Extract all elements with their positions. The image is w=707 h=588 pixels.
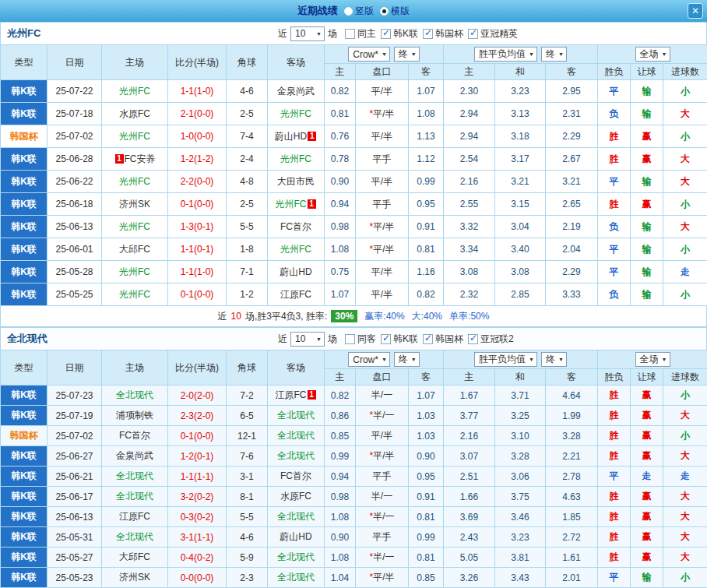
euro-final-select[interactable]: 终▼ — [541, 352, 567, 367]
radio-button-icon[interactable] — [344, 7, 353, 16]
filter-checkbox[interactable]: 韩K联 — [381, 27, 418, 40]
filter-checkbox[interactable]: 亚冠联2 — [468, 333, 514, 346]
euro-draw-cell: 3.18 — [495, 125, 546, 148]
asian-away-odds-cell: 0.81 — [409, 548, 444, 568]
euro-source-select[interactable]: 胜平负均值▼ — [474, 352, 537, 367]
col-corner: 角球 — [227, 350, 268, 386]
score-cell: 3-1(1-1) — [168, 527, 227, 548]
handicap-result-cell: 赢 — [631, 193, 663, 216]
match-type-cell: 韩国杯 — [1, 125, 47, 148]
match-row: 韩K联25-05-27大邱FC0-4(0-2)5-9全北现代1.08*半/一0.… — [1, 548, 707, 568]
asian-line-cell: 平手 — [356, 193, 409, 216]
euro-home-cell: 2.16 — [444, 426, 495, 446]
match-count-value: 10 — [295, 333, 305, 344]
titlebar: 近期战绩 竖版 横版 ✕ — [0, 0, 707, 22]
match-count-select[interactable]: 10▼ — [290, 332, 325, 347]
checkbox-box-icon[interactable] — [381, 334, 391, 344]
filter-checkbox[interactable]: 韩K联 — [381, 333, 418, 346]
filter-checkbox[interactable]: 韩国杯 — [423, 27, 463, 40]
col-goals: 进球数 — [663, 64, 707, 80]
col-type: 类型 — [1, 350, 47, 386]
match-date-cell: 25-06-13 — [47, 216, 102, 238]
euro-source-select[interactable]: 胜平负均值▼ — [474, 47, 537, 62]
euro-final-select[interactable]: 终▼ — [541, 47, 567, 62]
red-card-icon: 1 — [308, 132, 316, 141]
euro-source-value: 胜平负均值 — [479, 48, 526, 61]
team-name-text: 江原FC — [276, 389, 307, 400]
result-cell: 负 — [598, 283, 631, 306]
team-name-text: 光州FC — [280, 244, 311, 255]
asian-away-odds-cell: 0.81 — [409, 238, 444, 261]
goals-result-cell: 小 — [663, 386, 707, 406]
checkbox-box-icon[interactable] — [468, 334, 478, 344]
euro-away-cell: 2.95 — [546, 80, 598, 103]
team-name-text: 蔚山HD — [280, 266, 311, 277]
checkbox-box-icon[interactable] — [381, 29, 391, 39]
asian-final-value: 终 — [399, 353, 408, 366]
handicap-result-cell: 赢 — [631, 406, 663, 426]
filter-checkbox[interactable]: 同客 — [345, 333, 376, 346]
score-cell: 1-0(0-0) — [168, 125, 227, 148]
col-result: 胜负 — [598, 369, 631, 386]
goals-result-cell: 大 — [663, 171, 707, 193]
checkbox-box-icon[interactable] — [468, 29, 478, 39]
euro-home-cell: 3.77 — [444, 406, 495, 426]
goals-result-cell: 大 — [663, 548, 707, 568]
filter-checkbox[interactable]: 韩国杯 — [423, 333, 463, 346]
section-team-1: 光州FC 近 10▼ 场 同主韩K联韩国杯亚冠精英 类型 日期 — [0, 22, 707, 327]
team-name-text: FC首尔 — [119, 430, 150, 441]
match-date-cell: 25-07-22 — [47, 80, 102, 103]
result-cell: 平 — [598, 261, 631, 283]
checkbox-box-icon[interactable] — [345, 29, 355, 39]
score-cell: 1-1(0-1) — [168, 238, 227, 261]
euro-away-cell: 4.64 — [546, 386, 598, 406]
team-name-text: 光州FC — [119, 289, 150, 300]
goals-result-cell: 小 — [663, 238, 707, 261]
checkbox-box-icon[interactable] — [423, 334, 433, 344]
euro-home-cell: 3.26 — [444, 568, 495, 588]
asian-away-odds-cell: 0.99 — [409, 527, 444, 548]
team-cell: 光州FC — [102, 80, 168, 103]
checkbox-label: 同主 — [357, 27, 376, 40]
scope-select[interactable]: 全场▼ — [635, 352, 670, 367]
asian-home-odds-cell: 0.94 — [325, 193, 356, 216]
match-date-cell: 25-06-28 — [47, 148, 102, 171]
team-cell: 全北现代 — [268, 568, 325, 588]
asian-final-select[interactable]: 终▼ — [394, 352, 420, 367]
score-cell: 1-1(1-1) — [168, 467, 227, 487]
asian-source-select[interactable]: Crow*▼ — [348, 47, 390, 62]
goals-result-cell: 走 — [663, 261, 707, 283]
euro-home-cell: 3.32 — [444, 216, 495, 238]
handicap-result-cell: 输 — [631, 103, 663, 125]
goals-result-cell: 小 — [663, 125, 707, 148]
col-score: 比分(半场) — [168, 45, 227, 80]
layout-radio-horizontal[interactable]: 横版 — [380, 5, 410, 18]
checkbox-box-icon[interactable] — [345, 334, 355, 344]
euro-home-cell: 3.07 — [444, 446, 495, 467]
asian-source-select[interactable]: Crow*▼ — [348, 352, 390, 367]
team-name-text: 全北现代 — [116, 491, 153, 502]
close-icon[interactable]: ✕ — [688, 3, 703, 19]
checkbox-box-icon[interactable] — [423, 29, 433, 39]
scope-select[interactable]: 全场▼ — [635, 47, 670, 62]
asian-home-odds-cell: 0.76 — [325, 125, 356, 148]
asian-home-odds-cell: 0.85 — [325, 426, 356, 446]
layout-radio-vertical[interactable]: 竖版 — [344, 5, 374, 18]
score-cell: 3-2(0-2) — [168, 487, 227, 507]
team-name-text: 水原FC — [119, 108, 150, 119]
red-card-icon: 1 — [115, 154, 124, 164]
euro-draw-cell: 3.10 — [495, 426, 546, 446]
euro-draw-cell: 3.04 — [495, 216, 546, 238]
asian-line-cell: 平手 — [356, 467, 409, 487]
match-count-select[interactable]: 10▼ — [290, 26, 325, 41]
corner-cell: 5-5 — [227, 216, 268, 238]
asian-final-select[interactable]: 终▼ — [394, 47, 420, 62]
star-mark: * — [369, 108, 373, 119]
filter-checkbox[interactable]: 亚冠精英 — [468, 27, 518, 40]
col-away: 客场 — [268, 350, 325, 386]
scope-value: 全场 — [640, 353, 659, 366]
filter-checkbox[interactable]: 同主 — [345, 27, 376, 40]
radio-button-icon[interactable] — [380, 7, 389, 16]
asian-away-odds-cell: 1.07 — [409, 386, 444, 406]
euro-away-cell: 2.78 — [546, 467, 598, 487]
